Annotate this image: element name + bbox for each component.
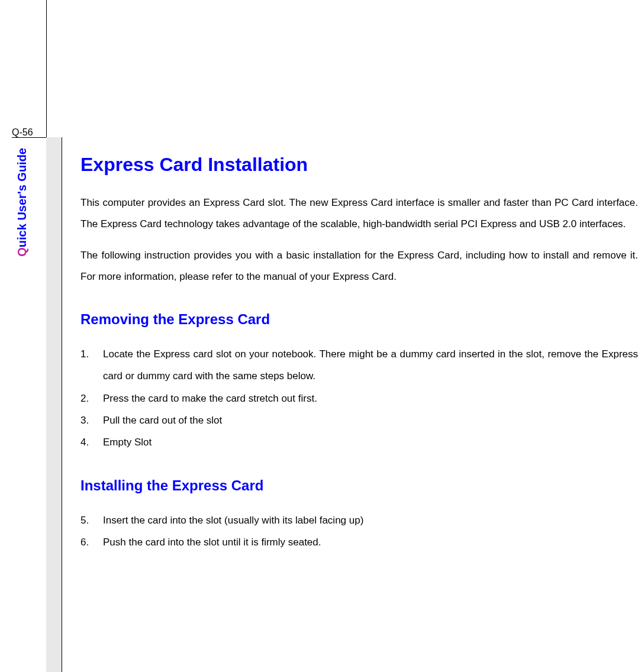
list-text: Push the card into the slot until it is … [103,531,638,553]
divider-horizontal [12,137,46,138]
list-number: 4. [80,431,103,453]
list-text: Locate the Express card slot on your not… [103,343,638,387]
list-installing: 5. Insert the card into the slot (usuall… [80,509,638,554]
sidebar-rest: uick User's Guide [15,148,28,247]
paragraph-intro-1: This computer provides an Express Card s… [80,192,638,234]
list-number: 5. [80,509,103,531]
list-item: 3. Pull the card out of the slot [80,409,638,431]
list-number: 6. [80,531,103,553]
list-removing: 1. Locate the Express card slot on your … [80,343,638,454]
sidebar-title: Quick User's Guide [15,148,29,257]
page-number: Q-56 [12,127,33,138]
heading-installing: Installing the Express Card [80,477,638,494]
list-text: Empty Slot [103,431,638,453]
list-number: 2. [80,387,103,409]
sidebar-prefix: Q [15,247,28,257]
heading-main: Express Card Installation [80,154,638,176]
list-text: Press the card to make the card stretch … [103,387,638,409]
paragraph-intro-2: The following instruction provides you w… [80,245,638,287]
list-text: Pull the card out of the slot [103,409,638,431]
list-item: 4. Empty Slot [80,431,638,453]
main-content: Express Card Installation This computer … [80,154,638,553]
list-text: Insert the card into the slot (usually w… [103,509,638,531]
list-item: 1. Locate the Express card slot on your … [80,343,638,387]
divider-vertical-inner [62,137,62,672]
sidebar-strip [46,137,62,672]
list-item: 5. Insert the card into the slot (usuall… [80,509,638,531]
list-number: 1. [80,343,103,387]
list-item: 6. Push the card into the slot until it … [80,531,638,553]
list-item: 2. Press the card to make the card stret… [80,387,638,409]
list-number: 3. [80,409,103,431]
heading-removing: Removing the Express Card [80,311,638,328]
